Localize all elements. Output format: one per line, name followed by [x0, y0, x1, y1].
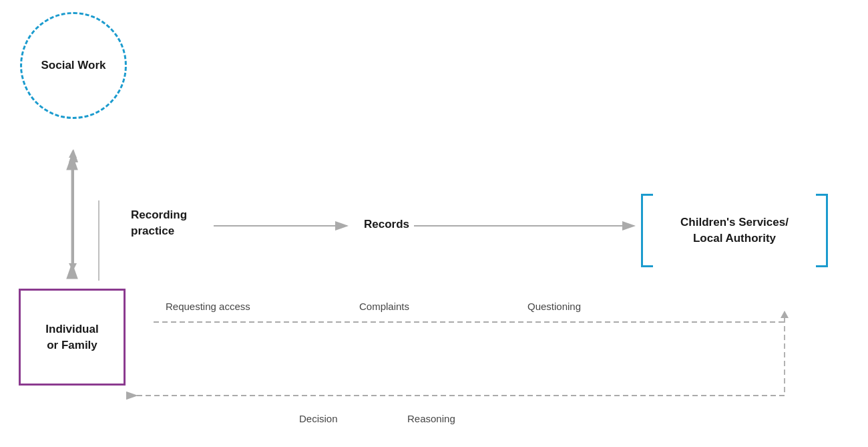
- diagram-container: Social Work Individualor Family Children…: [0, 0, 868, 447]
- svg-marker-16: [781, 311, 789, 318]
- svg-marker-10: [69, 150, 77, 158]
- diagram-svg: [0, 0, 868, 447]
- svg-marker-11: [69, 263, 77, 271]
